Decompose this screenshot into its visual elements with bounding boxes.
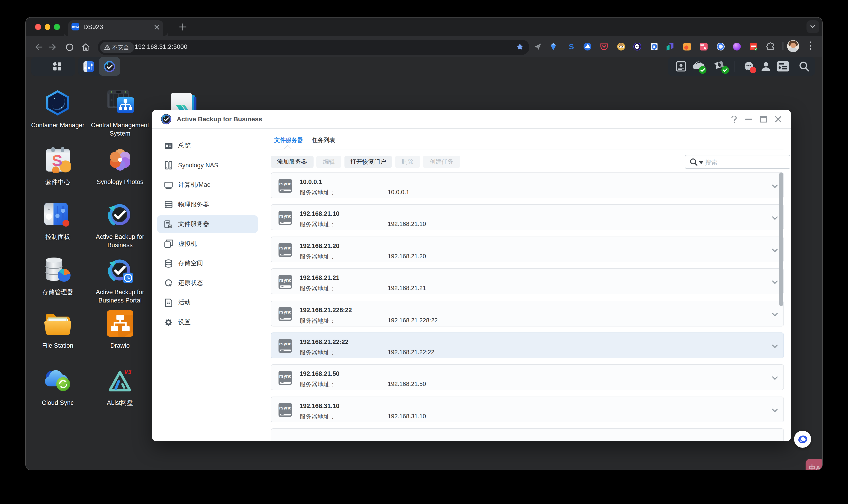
svg-text:S: S [569,42,574,51]
svg-text:S: S [52,151,62,169]
svg-text:V3: V3 [124,368,131,375]
svg-text:A: A [703,46,706,51]
